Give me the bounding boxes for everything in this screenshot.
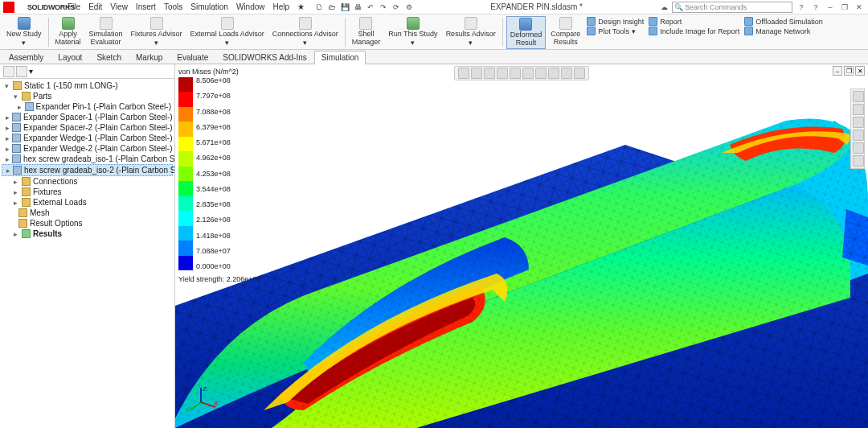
new-icon[interactable]: 🗋: [314, 2, 324, 12]
menu-view[interactable]: View: [110, 2, 128, 11]
tree-part-item[interactable]: ▸Expander Pin-1 (-Plain Carbon Steel-): [2, 101, 173, 112]
zoom-area-icon[interactable]: [471, 68, 482, 79]
loads-advisor-button[interactable]: External Loads Advisor▾: [187, 16, 268, 48]
material-icon: [62, 17, 75, 30]
menu-window[interactable]: Window: [236, 2, 265, 11]
mdi-max-icon[interactable]: ❐: [844, 66, 854, 76]
task-appearance-icon[interactable]: [853, 142, 864, 154]
shell-manager-button[interactable]: Shell Manager: [349, 16, 384, 47]
print-icon[interactable]: 🖶: [353, 2, 362, 12]
mdi-close-icon[interactable]: ✕: [855, 66, 865, 76]
part-icon: [12, 154, 21, 163]
menu-tools[interactable]: Tools: [164, 2, 182, 11]
cloud-icon[interactable]: ☁: [659, 2, 669, 12]
section-icon[interactable]: [497, 68, 508, 79]
run-study-button[interactable]: Run This Study▾: [385, 16, 440, 48]
tree-parts-node[interactable]: ▾Parts: [2, 91, 173, 101]
plot-tools-button[interactable]: Plot Tools▾: [587, 27, 644, 35]
sim-evaluator-button[interactable]: Simulation Evaluator: [86, 16, 126, 47]
options-icon[interactable]: ⚙: [404, 2, 414, 12]
user-icon[interactable]: ?: [796, 2, 807, 12]
help-icon[interactable]: ?: [810, 2, 821, 12]
apply-material-button[interactable]: Apply Material: [52, 16, 84, 47]
window-max-icon[interactable]: ❐: [839, 2, 850, 12]
tree-part-item-selected[interactable]: ▸hex screw gradeab_iso-2 (-Plain Carbon …: [2, 164, 173, 176]
tree-result-options-node[interactable]: Result Options: [2, 218, 173, 228]
undo-icon[interactable]: ↶: [366, 2, 375, 12]
task-resources-icon[interactable]: [853, 91, 864, 102]
tree-results-node[interactable]: ▸Results: [2, 228, 173, 239]
tree-part-item[interactable]: ▸Expander Spacer-2 (-Plain Carbon Steel-…: [2, 122, 173, 133]
tree-tab-dropdown-icon[interactable]: ▾: [29, 67, 33, 76]
tree-tab-feature-icon[interactable]: [3, 66, 14, 77]
report-button[interactable]: Report: [649, 17, 739, 26]
tree-tab-configs-icon[interactable]: [16, 66, 27, 77]
rebuild-icon[interactable]: ⟳: [391, 2, 401, 12]
window-min-icon[interactable]: –: [825, 2, 836, 12]
tab-sketch[interactable]: Sketch: [89, 51, 129, 64]
menu-help[interactable]: Help: [273, 2, 290, 11]
ribbon-small-group-1: Design Insight Plot Tools▾: [585, 16, 645, 36]
task-view-palette-icon[interactable]: [853, 130, 864, 141]
window-close-icon[interactable]: ✕: [854, 2, 865, 12]
scene-icon[interactable]: [561, 68, 572, 79]
display-style-icon[interactable]: [522, 68, 534, 79]
manage-network-button[interactable]: Manage Network: [744, 27, 822, 35]
prev-view-icon[interactable]: [484, 68, 495, 79]
save-icon[interactable]: 💾: [340, 2, 350, 12]
tab-markup[interactable]: Markup: [129, 51, 170, 64]
tab-addins[interactable]: SOLIDWORKS Add-Ins: [215, 51, 313, 64]
hide-show-icon[interactable]: [535, 68, 547, 79]
view-settings-icon[interactable]: [574, 68, 585, 79]
connections-icon: [299, 17, 312, 30]
menu-simulation[interactable]: Simulation: [190, 2, 228, 11]
results-advisor-button[interactable]: Results Advisor▾: [443, 16, 499, 48]
menu-edit[interactable]: Edit: [88, 2, 102, 11]
open-icon[interactable]: 🗁: [327, 2, 337, 12]
mdi-min-icon[interactable]: –: [833, 66, 842, 76]
graphics-viewport[interactable]: von Mises (N/m^2) 8.506e+087.797e+087.08…: [175, 64, 868, 428]
tree-part-item[interactable]: ▸Expander Spacer-1 (-Plain Carbon Steel-…: [2, 112, 173, 122]
part-icon: [13, 166, 22, 175]
tree-external-loads-node[interactable]: ▸External Loads: [2, 197, 173, 208]
connections-advisor-button[interactable]: Connections Advisor▾: [269, 16, 342, 48]
deformed-icon: [519, 18, 532, 31]
fixtures-advisor-button[interactable]: Fixtures Advisor▾: [128, 16, 186, 48]
deformed-result-button[interactable]: Deformed Result: [506, 16, 547, 49]
menu-star-icon[interactable]: ★: [297, 2, 305, 11]
task-design-lib-icon[interactable]: [853, 104, 864, 115]
design-insight-button[interactable]: Design Insight: [587, 17, 644, 26]
task-custom-icon[interactable]: [853, 155, 864, 167]
tree-mesh-node[interactable]: Mesh: [2, 208, 173, 218]
tab-assembly[interactable]: Assembly: [2, 51, 51, 64]
new-study-button[interactable]: New Study▾: [3, 16, 45, 48]
tree-part-item[interactable]: ▸Expander Wedge-1 (-Plain Carbon Steel-): [2, 133, 173, 143]
zoom-fit-icon[interactable]: [458, 68, 469, 79]
tree-fixtures-node[interactable]: ▸Fixtures: [2, 187, 173, 197]
quick-access-toolbar: 🗋 🗁 💾 🖶 ↶ ↷ ⟳ ⚙: [314, 2, 414, 12]
results-icon: [465, 17, 477, 30]
tab-layout[interactable]: Layout: [51, 51, 89, 64]
view-orient-icon[interactable]: [510, 68, 521, 79]
appearance-icon[interactable]: [548, 68, 559, 79]
tab-evaluate[interactable]: Evaluate: [170, 51, 215, 64]
tree-connections-node[interactable]: ▸Connections: [2, 176, 173, 187]
mesh-icon: [18, 208, 27, 217]
task-explorer-icon[interactable]: [853, 117, 864, 128]
tree-study-node[interactable]: ▾Static 1 (-150 mm LONG-): [2, 80, 173, 91]
menu-file[interactable]: File: [68, 2, 80, 11]
tree-part-item[interactable]: ▸Expander Wedge-2 (-Plain Carbon Steel-): [2, 143, 173, 154]
include-image-button[interactable]: Include Image for Report: [649, 27, 739, 35]
menu-insert[interactable]: Insert: [136, 2, 156, 11]
legend-yield: Yield strength: 2.206e+08: [178, 275, 261, 283]
search-input[interactable]: 🔍 Search Commands: [672, 2, 792, 13]
redo-icon[interactable]: ↷: [379, 2, 388, 12]
tree-part-item[interactable]: ▸hex screw gradeab_iso-1 (-Plain Carbon …: [2, 154, 173, 164]
tab-simulation[interactable]: Simulation: [314, 51, 366, 64]
svg-text:Y: Y: [185, 406, 190, 414]
connections-icon: [22, 177, 31, 186]
compare-results-button[interactable]: Compare Results: [547, 16, 583, 47]
triad-icon[interactable]: X Y Z: [183, 385, 219, 420]
offloaded-sim-button[interactable]: Offloaded Simulation: [744, 17, 822, 26]
menu-bar: File Edit View Insert Tools Simulation W…: [68, 2, 305, 11]
